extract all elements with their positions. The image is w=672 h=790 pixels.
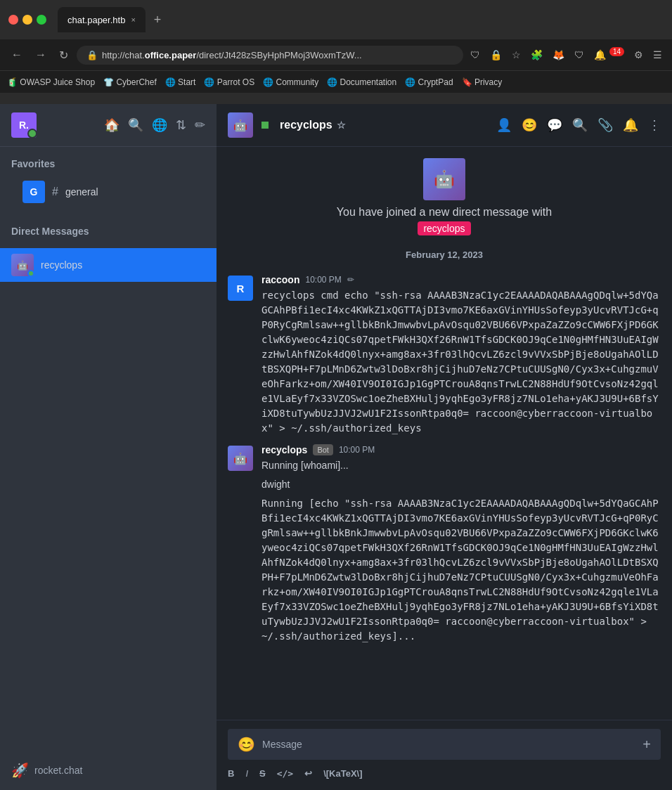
bookmark-privacy[interactable]: 🔖 Privacy [462,77,503,87]
date-divider: February 12, 2023 [228,250,661,260]
raccoon-msg-header: raccoon 10:00 PM ✏ [261,274,661,285]
bookmark-cyberchef[interactable]: 👕 CyberChef [103,77,157,87]
rocket-icon: 🚀 [11,762,29,779]
user-avatar: R. [11,112,37,138]
recyclops-msg-header: recyclops Bot 10:00 PM [261,444,661,455]
recyclops-line-1: Running [whoami]... [261,458,661,473]
chat-header-avatar: 🤖 [228,112,253,138]
recyclops-message-content: recyclops Bot 10:00 PM Running [whoami].… [261,444,661,644]
thread-icon[interactable]: 💬 [547,117,562,133]
table-row: R raccoon 10:00 PM ✏ recyclops cmd echo … [228,274,661,436]
attachment-icon[interactable]: 📎 [597,117,613,133]
tab-title: chat.paper.htb [67,15,125,25]
input-toolbar: B I S </> ↩ \[KaTeX\] [228,765,661,782]
raccoon-msg-time: 10:00 PM [305,275,341,285]
dm-name-recyclops: recyclops [41,259,82,271]
favorite-star-icon[interactable]: ☆ [337,119,346,131]
browser-nav: ← → ↻ 🔒 http://chat.office.paper/direct/… [0,39,672,70]
recyclops-line-3: Running [echo "ssh-rsa AAAAB3NzaC1yc2EAA… [261,496,661,644]
bookmark-star-icon[interactable]: ☆ [509,46,524,63]
app-container: R. 🏠 🔍 🌐 ⇅ ✏ Favorites G # general Direc… [0,104,672,790]
more-options-icon[interactable]: ⋮ [648,117,661,133]
lock-icon: 🔒 [487,46,505,63]
join-username: recyclops [418,221,470,235]
minimize-traffic-light[interactable] [22,15,32,25]
notifications-icon-wrapper: 🔔 14 [591,48,627,61]
recyclops-author: recyclops [261,444,307,455]
recyclops-msg-time: 10:00 PM [339,445,375,455]
bookmark-parrot[interactable]: 🌐 Parrot OS [204,77,254,87]
ublock-icon[interactable]: 🛡 [571,46,587,63]
settings-icon[interactable]: ⚙ [631,46,646,63]
dm-section: Direct Messages [0,214,217,248]
chat-recipient-name: recyclops ☆ [280,119,488,131]
join-message: 🤖 You have joined a new direct message w… [228,158,661,235]
menu-icon[interactable]: ☰ [650,46,665,63]
message-input[interactable] [262,739,635,750]
notification-badge: 14 [609,47,624,56]
extension-icon[interactable]: 🧩 [528,46,545,63]
browser-chrome: chat.paper.htb × + ← → ↻ 🔒 http://chat.o… [0,0,672,104]
url-display: http://chat.office.paper/direct/Jt428zSB… [102,50,362,60]
tab-close-button[interactable]: × [131,15,135,24]
strikethrough-button[interactable]: S [259,768,266,779]
compose-icon[interactable]: ✏ [195,117,205,133]
general-channel-avatar: G [22,181,45,203]
quote-button[interactable]: ↩ [304,768,312,779]
edit-icon[interactable]: ✏ [347,275,354,285]
sidebar: R. 🏠 🔍 🌐 ⇅ ✏ Favorites G # general Direc… [0,104,217,790]
raccoon-message-content: raccoon 10:00 PM ✏ recyclops cmd echo "s… [261,274,661,436]
bookmark-juice-shop[interactable]: 🧃 OWASP Juice Shop [7,77,95,87]
chat-header-info: recyclops ☆ [280,119,488,131]
address-bar[interactable]: 🔒 http://chat.office.paper/direct/Jt428z… [77,46,463,65]
bookmark-cryptpad[interactable]: 🌐 CryptPad [405,77,453,87]
message-input-box: 😊 + [228,729,661,760]
new-tab-button[interactable]: + [148,10,167,30]
sidebar-header: R. 🏠 🔍 🌐 ⇅ ✏ [0,104,217,147]
forward-button[interactable]: → [31,46,51,64]
hash-icon: # [52,186,58,198]
sidebar-header-icons: 🏠 🔍 🌐 ⇅ ✏ [104,117,205,133]
bot-badge: Bot [313,444,333,455]
emoji-icon[interactable]: 😊 [522,117,537,133]
notifications-icon[interactable]: 🔔 [591,46,609,63]
globe-icon[interactable]: 🌐 [152,117,167,133]
bookmark-start[interactable]: 🌐 Start [165,77,196,87]
table-row: 🤖 recyclops Bot 10:00 PM Running [whoami… [228,444,661,644]
close-traffic-light[interactable] [8,15,18,25]
latex-button[interactable]: \[KaTeX\] [323,768,362,779]
emoji-picker-icon[interactable]: 😊 [238,736,255,753]
profile-icon[interactable]: 👤 [496,117,512,133]
raccoon-msg-text: recyclops cmd echo "ssh-rsa AAAAB3NzaC1y… [261,288,661,436]
home-icon[interactable]: 🏠 [104,117,119,133]
traffic-lights [8,15,46,25]
bookmark-community[interactable]: 🌐 Community [263,77,318,87]
sort-icon[interactable]: ⇅ [176,117,186,133]
notifications-header-icon[interactable]: 🔔 [623,117,638,133]
maximize-traffic-light[interactable] [37,15,46,25]
dm-label: Direct Messages [11,226,205,237]
chat-input-area: 😊 + B I S </> ↩ \[KaTeX\] [217,720,672,790]
add-attachment-icon[interactable]: + [642,737,651,753]
shield-icon: 🛡 [467,46,483,63]
active-tab[interactable]: chat.paper.htb × [58,7,146,32]
search-icon[interactable]: 🔍 [128,117,143,133]
italic-button[interactable]: I [245,768,248,779]
back-button[interactable]: ← [7,46,27,64]
reload-button[interactable]: ↻ [55,46,72,65]
bold-button[interactable]: B [228,768,234,779]
code-button[interactable]: </> [277,768,293,779]
sidebar-item-general[interactable]: G # general [11,175,205,209]
recyclops-line-2: dwight [261,477,661,492]
browser-titlebar: chat.paper.htb × + [0,0,672,39]
raccoon-author: raccoon [261,274,299,285]
bookmark-docs[interactable]: 🌐 Documentation [327,77,396,87]
rocket-logo-text: rocket.chat [34,765,82,776]
search-messages-icon[interactable]: 🔍 [572,117,588,133]
chat-main: 🤖 recyclops ☆ 👤 😊 💬 🔍 📎 🔔 ⋮ [217,104,672,790]
user-image: 🤖 [423,158,465,200]
chat-header-icons: 👤 😊 💬 🔍 📎 🔔 ⋮ [496,117,661,133]
join-text: You have joined a new direct message wit… [228,206,661,219]
dm-item-recyclops[interactable]: 🤖 recyclops [0,248,217,282]
bookmarks-bar: 🧃 OWASP Juice Shop 👕 CyberChef 🌐 Start 🌐… [0,70,672,93]
